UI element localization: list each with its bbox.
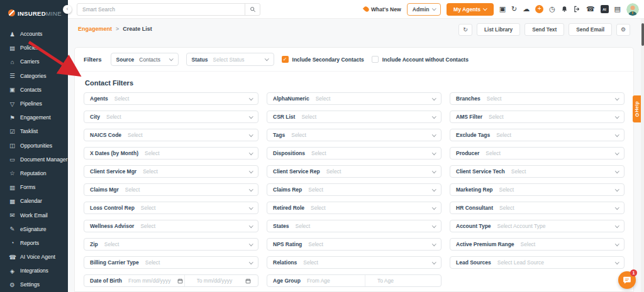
send-text-button[interactable]: Send Text <box>525 23 564 36</box>
chevron-down-icon <box>615 169 619 173</box>
filter-field-dispositions[interactable]: Dispositions Select <box>267 147 441 160</box>
scrollbar-thumb[interactable] <box>641 23 644 46</box>
search-input[interactable] <box>77 4 245 15</box>
filter-field-client-service-tech[interactable]: Client Service Tech Select <box>450 165 625 178</box>
filter-field-placeholder: Select <box>104 241 246 247</box>
filter-field-states[interactable]: States Select <box>267 220 441 232</box>
filters-bar: Filters Source Contacts Status Select St… <box>75 48 633 72</box>
cloud-icon[interactable]: ☁ <box>523 6 530 13</box>
sidebar-item-contacts[interactable]: ▣ Contacts <box>0 83 68 97</box>
breadcrumb-parent[interactable]: Engagement <box>78 26 112 32</box>
status-select[interactable]: Status Select Status <box>186 53 274 66</box>
filter-field-account-type[interactable]: Account Type Select Account Type <box>450 220 625 232</box>
age-to-input[interactable]: To Age <box>365 275 435 286</box>
sidebar-item-integrations[interactable]: ◈ Integrations <box>0 264 68 278</box>
sidebar-item-ai-voice-agent[interactable]: ☎ AI Voice Agent <box>0 250 68 264</box>
sidebar-item-document-manager[interactable]: ▭ Document Manager <box>0 153 68 166</box>
sidebar-item-reports[interactable]: ◔ Reports <box>0 236 68 250</box>
filter-field-lead-sources[interactable]: Lead Sources Select Lead Source <box>450 256 625 269</box>
bell-icon[interactable] <box>561 6 568 13</box>
logout-icon[interactable] <box>574 6 580 13</box>
filter-field-city[interactable]: City Select <box>84 111 258 123</box>
sidebar-item-esignature[interactable]: ✎ eSignature <box>0 222 68 236</box>
filter-field-naics-code[interactable]: NAICS Code Select <box>84 129 258 141</box>
filter-field-client-service-mgr[interactable]: Client Service Mgr Select <box>84 165 258 178</box>
app-window: INSUREDMINE ♟ Accounts ▤ Policies ⌂ Carr… <box>0 0 644 292</box>
sidebar-item-forms[interactable]: ▥ Forms <box>0 180 68 194</box>
brand-logo[interactable]: INSUREDMINE <box>0 0 68 22</box>
sidebar-item-work-email[interactable]: ✉ Work Email <box>0 208 68 222</box>
sidebar-item-calendar[interactable]: ▦ Calendar <box>0 194 68 208</box>
chevron-down-icon <box>483 6 487 10</box>
calendar-icon: ▦ <box>9 198 16 205</box>
filter-field-alphanumeric[interactable]: AlphaNumeric Select <box>267 92 441 105</box>
send-email-button[interactable]: Send Email <box>569 23 612 36</box>
filter-field-placeholder: Select <box>303 259 428 266</box>
filter-field-relations[interactable]: Relations Select <box>267 256 441 269</box>
my-agents-button[interactable]: My Agents <box>447 3 494 16</box>
scrollbar-track[interactable] <box>641 19 644 292</box>
whats-new-link[interactable]: What's New <box>364 6 401 13</box>
filter-field-producer[interactable]: Producer Select <box>450 147 625 160</box>
refresh-button[interactable]: ↻ <box>458 24 472 36</box>
filter-field-client-service-rep[interactable]: Client Service Rep Select <box>267 165 441 178</box>
filter-field-loss-control-rep[interactable]: Loss Control Rep Select <box>84 202 258 214</box>
chevron-down-icon <box>615 96 619 100</box>
filter-field-nps-rating[interactable]: NPS Rating Select <box>267 238 441 251</box>
chevron-down-icon <box>249 224 253 227</box>
calendar-icon[interactable] <box>177 278 183 284</box>
filter-field-agents[interactable]: Agents Select <box>84 92 258 105</box>
notebook-icon[interactable]: ▤ <box>614 6 621 13</box>
user-avatar[interactable] <box>626 3 639 16</box>
chat-widget-button[interactable]: 1 <box>618 271 636 289</box>
list-library-button[interactable]: List Library <box>477 23 520 36</box>
sidebar-item-pipelines[interactable]: ▽ Pipelines <box>0 97 68 111</box>
ai-assistant-icon[interactable]: AI <box>601 5 609 13</box>
chevron-down-icon <box>615 260 619 264</box>
filter-field-billing-carrier-type[interactable]: Billing Carrier Type Select <box>84 256 258 269</box>
filter-field-branches[interactable]: Branches Select <box>450 92 625 105</box>
age-from-input[interactable]: From Age <box>301 275 365 286</box>
filter-field-claims-rep[interactable]: Claims Rep Select <box>267 183 441 196</box>
sidebar-item-policies[interactable]: ▤ Policies <box>0 41 68 55</box>
source-select[interactable]: Source Contacts <box>111 53 179 66</box>
sidebar-item-label: Forms <box>20 184 35 190</box>
clock-icon[interactable]: ◷ <box>549 6 555 13</box>
filter-field-label: City <box>90 114 100 120</box>
sidebar-item-reputation[interactable]: ☆ Reputation <box>0 166 68 180</box>
filter-field-wellness-advisor[interactable]: Wellness Advisor Select <box>84 220 258 232</box>
include-account-without-contacts-checkbox[interactable]: Include Account without Contacts <box>372 56 469 63</box>
admin-dropdown[interactable]: Admin <box>407 3 441 16</box>
filter-field-claims-mgr[interactable]: Claims Mgr Select <box>84 183 258 196</box>
filter-field-ams-filter[interactable]: AMS Filter Select <box>450 111 625 123</box>
contact-card-icon[interactable]: ▣ <box>499 6 506 13</box>
add-icon[interactable]: + <box>535 5 543 13</box>
sidebar-item-engagement[interactable]: ⚑ Engagement <box>0 111 68 124</box>
sidebar-item-opportunities[interactable]: ◫ Opportunities <box>0 139 68 153</box>
calendar-icon[interactable] <box>245 278 251 284</box>
filter-field-retired-role[interactable]: Retired Role Select <box>267 202 441 214</box>
search-icon[interactable] <box>245 4 260 15</box>
sidebar-item-categories[interactable]: ☰ Categories <box>0 69 68 83</box>
sidebar-item-accounts[interactable]: ♟ Accounts <box>0 27 68 41</box>
sync-icon[interactable]: ↻ <box>511 6 517 13</box>
filter-field-zip[interactable]: Zip Select <box>84 238 258 251</box>
dob-from-input[interactable]: From mm/dd/yyyy <box>122 275 184 286</box>
filter-field-csr-list[interactable]: CSR List Select <box>267 111 441 123</box>
include-secondary-contacts-checkbox[interactable]: ✓ Include Secondary Contacts <box>282 56 364 63</box>
sidebar-item-tasklist[interactable]: ☑ Tasklist <box>0 124 68 138</box>
help-tab[interactable]: Help ? <box>633 95 641 122</box>
sidebar-item-carriers[interactable]: ⌂ Carriers <box>0 55 68 68</box>
filter-field-marketing-rep[interactable]: Marketing Rep Select <box>450 183 625 196</box>
filter-field-tags[interactable]: Tags Select <box>267 129 441 141</box>
sidebar-collapse-button[interactable]: ‹ <box>63 5 72 14</box>
filter-field-exclude-tags[interactable]: Exclude Tags Select <box>450 129 625 141</box>
gear-icon[interactable]: ⚙ <box>616 24 630 36</box>
filter-field-x-dates-by-month[interactable]: X Dates (by Month) Select <box>84 147 258 160</box>
filter-field-active-premium-range[interactable]: Active Premium Range Select <box>450 238 625 251</box>
phone-icon[interactable]: ☎ <box>586 6 595 13</box>
sidebar-item-settings[interactable]: ⚙ Settings <box>0 278 68 291</box>
filter-field-placeholder: Select Account Type <box>497 223 612 229</box>
dob-to-input[interactable]: To mm/dd/yyyy <box>184 275 253 286</box>
filter-field-hr-consultant[interactable]: HR Consultant Select <box>450 202 625 214</box>
